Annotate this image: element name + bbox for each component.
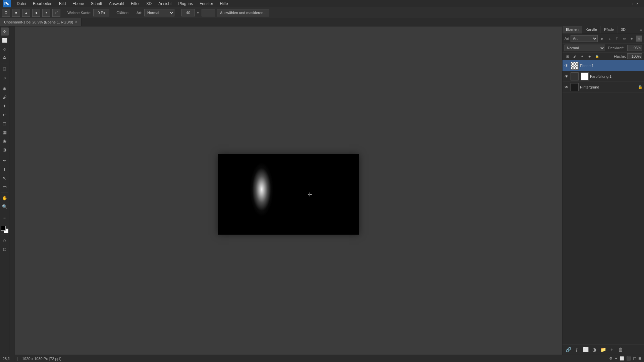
tab-bar: Unbenannt-1 bei 28,9% (Ebene 1, RGB/8) × xyxy=(0,18,644,26)
toolbar-divider5 xyxy=(1,212,8,212)
tool-more[interactable]: ··· xyxy=(1,214,9,222)
tool-path-selection[interactable]: ↖ xyxy=(1,174,9,182)
tool-history[interactable]: ↩ xyxy=(1,111,9,119)
brush-type-btn4[interactable]: ● xyxy=(42,9,50,17)
tool-clone[interactable]: ✦ xyxy=(1,102,9,110)
tool-brush[interactable]: 🖌 xyxy=(1,93,9,101)
divider3 xyxy=(133,9,133,16)
tool-gradient[interactable]: ▦ xyxy=(1,128,9,136)
layer-type-select[interactable]: Art Name Effekt Modus xyxy=(571,35,598,42)
layer-visibility-hintergrund[interactable]: 👁 xyxy=(564,84,569,90)
tool-screen-mode[interactable]: ▢ xyxy=(1,245,9,253)
opacity-input[interactable] xyxy=(181,9,195,16)
toolbar-divider6 xyxy=(1,223,8,223)
lock-transparent-btn[interactable]: ⊞ xyxy=(565,53,571,59)
tool-preset-btn[interactable]: ⚙ xyxy=(2,9,10,17)
menu-ansicht[interactable]: Ansicht xyxy=(156,1,174,7)
link-layers-btn[interactable]: 🔗 xyxy=(565,346,572,353)
lock-position-btn[interactable]: + xyxy=(579,53,585,59)
layer-filter-adj[interactable]: a xyxy=(606,36,612,42)
menu-schrift[interactable]: Schrift xyxy=(88,1,105,7)
menu-plugins[interactable]: Plug-ins xyxy=(176,1,196,7)
flow-input[interactable] xyxy=(202,9,215,16)
mode-select[interactable]: Normal Multiplizieren Abblenden xyxy=(144,9,174,16)
layers-mode-opacity-row: Normal Multiplizieren Abblenden Deckkraf… xyxy=(562,44,644,53)
menu-hilfe[interactable]: Hilfe xyxy=(217,1,231,7)
layer-filter-type[interactable]: T xyxy=(614,36,620,42)
layer-adjustment-btn[interactable]: ◑ xyxy=(591,346,598,353)
menu-3d[interactable]: 3D xyxy=(144,1,154,7)
tool-marquee[interactable]: ⬜ xyxy=(1,36,9,44)
menu-fenster[interactable]: Fenster xyxy=(197,1,216,7)
lock-all-btn[interactable]: 🔒 xyxy=(594,53,600,59)
tool-zoom[interactable]: 🔍 xyxy=(1,202,9,210)
menu-filter[interactable]: Filter xyxy=(128,1,143,7)
menu-bearbeiten[interactable]: Bearbeiten xyxy=(30,1,55,7)
status-icon4[interactable]: ⬛ xyxy=(626,356,631,361)
layer-filter-toggle[interactable]: ○ xyxy=(636,36,642,42)
panel-menu-btn[interactable]: ≡ xyxy=(638,26,644,34)
layer-filter-smart[interactable]: ◈ xyxy=(629,36,635,42)
color-swatches[interactable] xyxy=(1,226,8,233)
menu-auswahl[interactable]: Auswahl xyxy=(106,1,127,7)
tool-healing[interactable]: ⊕ xyxy=(1,84,9,93)
layer-visibility-ebene1[interactable]: 👁 xyxy=(564,63,569,68)
layer-item-hintergrund[interactable]: 👁 Hintergrund 🔒 xyxy=(562,82,644,93)
tool-dodge[interactable]: ◑ xyxy=(1,145,9,154)
menu-datei[interactable]: Datei xyxy=(14,1,29,7)
status-icon5[interactable]: ▢ xyxy=(633,356,636,361)
smooth-label: Glätten: xyxy=(116,11,129,15)
layer-visibility-fill1[interactable]: 👁 xyxy=(564,74,569,79)
panel-tab-kanaele[interactable]: Kanäle xyxy=(582,26,601,34)
brush-type-btn2[interactable]: ▲ xyxy=(22,9,30,17)
brush-type-btn5[interactable]: 🖊 xyxy=(52,9,60,17)
layer-mode-select[interactable]: Normal Multiplizieren Abblenden xyxy=(565,45,605,51)
panel-tab-pfade[interactable]: Pfade xyxy=(601,26,618,34)
canvas-container[interactable]: ✛ xyxy=(15,26,562,362)
tool-eyedropper[interactable]: ⌕ xyxy=(1,73,9,81)
select-mask-btn[interactable]: Auswählen und maskieren... xyxy=(217,9,269,16)
tool-crop[interactable]: ⊡ xyxy=(1,65,9,73)
layer-filter-pixel[interactable]: p xyxy=(599,36,605,42)
layer-mask-btn[interactable]: ⬜ xyxy=(582,346,589,353)
foreground-color-swatch[interactable] xyxy=(1,226,6,231)
document-tab[interactable]: Unbenannt-1 bei 28,9% (Ebene 1, RGB/8) × xyxy=(0,18,82,26)
opacity-arrows[interactable]: ⇔ xyxy=(197,11,200,14)
layer-item-ebene1[interactable]: 👁 Ebene 1 xyxy=(562,60,644,71)
fill-value[interactable] xyxy=(627,53,642,59)
tool-quickmask[interactable]: ⬡ xyxy=(1,236,9,244)
layer-filter-shape[interactable]: ▭ xyxy=(621,36,627,42)
tool-magic-wand[interactable]: ✲ xyxy=(1,54,9,62)
delete-layer-btn[interactable]: 🗑 xyxy=(617,346,624,353)
layer-item-fill1[interactable]: 👁 Farbfüllung 1 xyxy=(562,71,644,82)
tool-text[interactable]: T xyxy=(1,165,9,173)
status-icon6[interactable]: ⊞ xyxy=(638,356,641,361)
tool-hand[interactable]: ✋ xyxy=(1,194,9,202)
tab-close-btn[interactable]: × xyxy=(75,18,77,26)
tool-blur[interactable]: ◉ xyxy=(1,137,9,145)
brush-type-btn3[interactable]: ◆ xyxy=(32,9,40,17)
lock-artboard-btn[interactable]: ◈ xyxy=(587,53,593,59)
brush-type-btn1[interactable]: ■ xyxy=(12,9,20,17)
lock-paint-btn[interactable]: 🖌 xyxy=(572,53,578,59)
status-icon3[interactable]: ⬜ xyxy=(620,356,624,361)
panel-tabs: Ebenen Kanäle Pfade 3D ≡ xyxy=(562,26,644,34)
toolbar-divider7 xyxy=(1,235,8,235)
menu-ebene[interactable]: Ebene xyxy=(70,1,87,7)
status-tools: ⚙ ✦ ⬜ ⬛ ▢ ⊞ xyxy=(609,356,641,361)
panel-tab-ebenen[interactable]: Ebenen xyxy=(562,26,582,34)
tool-shape[interactable]: ▭ xyxy=(1,183,9,191)
menu-bild[interactable]: Bild xyxy=(56,1,68,7)
layer-group-btn[interactable]: 📁 xyxy=(599,346,607,353)
layer-effects-btn[interactable]: ƒ xyxy=(573,346,581,353)
brush-size-input[interactable] xyxy=(93,9,109,16)
tool-pen[interactable]: ✒ xyxy=(1,157,9,165)
tool-lasso[interactable]: ⌾ xyxy=(1,45,9,53)
new-layer-btn[interactable]: + xyxy=(608,346,615,353)
opacity-value[interactable] xyxy=(627,45,642,51)
tool-eraser[interactable]: ◻ xyxy=(1,119,9,127)
status-icon1[interactable]: ⚙ xyxy=(609,356,612,361)
tool-move[interactable]: ✛ xyxy=(1,27,9,36)
status-icon2[interactable]: ✦ xyxy=(614,356,618,361)
panel-tab-3d[interactable]: 3D xyxy=(618,26,629,34)
